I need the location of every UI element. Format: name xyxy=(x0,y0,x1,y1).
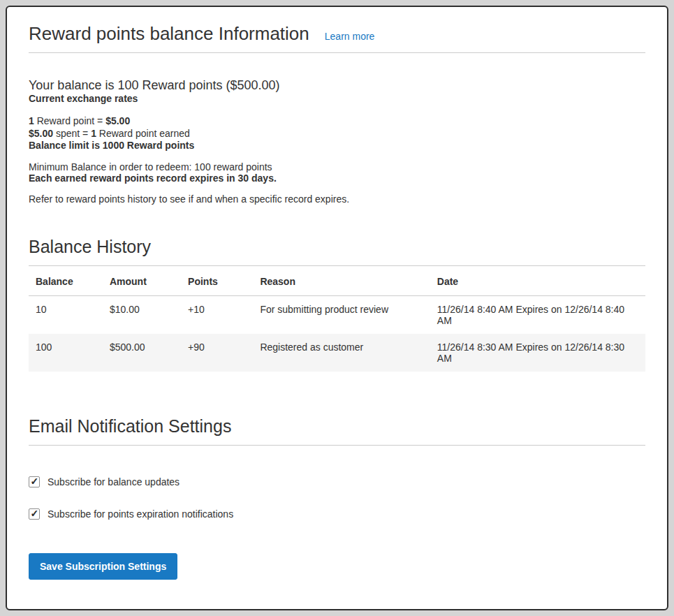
table-row: 10 $10.00 +10 For submitting product rev… xyxy=(29,295,645,334)
cell-reason: Registered as customer xyxy=(253,334,430,372)
minimum-balance-note: Minimum Balance in order to redeem: 100 … xyxy=(29,161,645,173)
header-divider xyxy=(29,52,645,53)
balance-updates-label: Subscribe for balance updates xyxy=(47,476,180,487)
column-header-amount: Amount xyxy=(103,266,181,296)
balance-summary: Your balance is 100 Reward points ($500.… xyxy=(29,78,645,93)
rate1-points: 1 xyxy=(29,115,34,126)
reward-info-card: Reward points balance Information Learn … xyxy=(6,6,668,610)
expiration-notifications-checkbox[interactable] xyxy=(29,508,40,520)
balance-limit-heading: Balance limit is 1000 Reward points xyxy=(29,140,645,151)
header: Reward points balance Information Learn … xyxy=(29,22,645,45)
column-header-reason: Reason xyxy=(253,266,430,296)
rate1-text: Reward point = xyxy=(34,115,105,126)
exchange-rate-lines: 1 Reward point = $5.00 $5.00 spent = 1 R… xyxy=(29,115,645,140)
exchange-rate-line2: $5.00 spent = 1 Reward point earned xyxy=(29,128,190,139)
page-title: Reward points balance Information xyxy=(29,22,309,45)
exchange-rate-line1: 1 Reward point = $5.00 xyxy=(29,115,130,126)
cell-balance: 10 xyxy=(29,295,103,334)
rate2-amount: $5.00 xyxy=(29,128,53,139)
expiration-notifications-label: Subscribe for points expiration notifica… xyxy=(47,508,233,520)
cell-points: +10 xyxy=(181,295,253,334)
expiration-heading: Each earned reward points record expires… xyxy=(29,173,645,184)
rate2-text2: Reward point earned xyxy=(96,128,190,139)
column-header-date: Date xyxy=(430,266,645,296)
column-header-points: Points xyxy=(181,266,253,296)
cell-date: 11/26/14 8:30 AM Expires on 12/26/14 8:3… xyxy=(430,334,645,372)
column-header-balance: Balance xyxy=(29,266,103,296)
rate2-points: 1 xyxy=(91,128,96,139)
rate1-amount: $5.00 xyxy=(105,115,130,126)
table-row: 100 $500.00 +90 Registered as customer 1… xyxy=(29,334,645,372)
cell-points: +90 xyxy=(181,334,253,372)
exchange-rates-heading: Current exchange rates xyxy=(29,93,645,104)
learn-more-link[interactable]: Learn more xyxy=(325,31,375,42)
balance-history-table: Balance Amount Points Reason Date 10 $10… xyxy=(29,266,645,372)
cell-amount: $500.00 xyxy=(103,334,181,372)
expiration-notifications-option: Subscribe for points expiration notifica… xyxy=(29,508,645,520)
expiration-note: Refer to reward points history to see if… xyxy=(29,193,645,205)
balance-updates-option: Subscribe for balance updates xyxy=(29,476,645,487)
cell-amount: $10.00 xyxy=(103,295,181,334)
table-header-row: Balance Amount Points Reason Date xyxy=(29,266,645,296)
cell-balance: 100 xyxy=(29,334,103,372)
save-subscription-button[interactable]: Save Subscription Settings xyxy=(29,553,177,580)
rate2-text1: spent = xyxy=(53,128,91,139)
page-background: Reward points balance Information Learn … xyxy=(0,0,674,616)
balance-updates-checkbox[interactable] xyxy=(29,476,40,487)
cell-date: 11/26/14 8:40 AM Expires on 12/26/14 8:4… xyxy=(430,295,645,334)
cell-reason: For submitting product review xyxy=(253,295,430,334)
balance-history-title: Balance History xyxy=(29,237,645,266)
email-settings-title: Email Notification Settings xyxy=(29,416,645,446)
